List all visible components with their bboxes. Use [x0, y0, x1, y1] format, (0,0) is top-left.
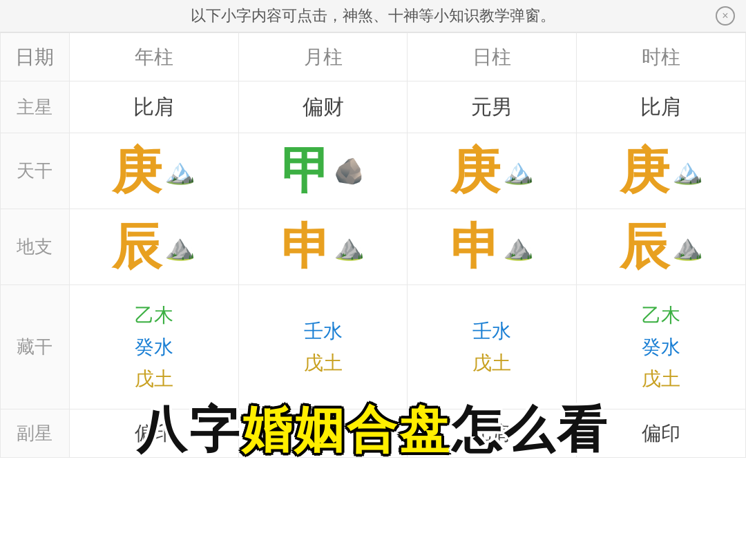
header-label: 日期 [1, 33, 70, 81]
tiangan-char-2: 甲 [281, 138, 331, 204]
tiangan-col4[interactable]: 庚 🏔️ [577, 133, 746, 209]
tiangan-emoji-1: 🏔️ [164, 157, 195, 186]
zhuxing-label: 主星 [1, 81, 70, 133]
canggan-label: 藏干 [1, 285, 70, 409]
canggan-row: 藏干 乙木 癸水 戊土 壬水 戊土 壬水 戊土 [1, 285, 746, 409]
fuxing-col3[interactable]: 比肩 [408, 409, 577, 458]
dizhi-col2[interactable]: 申 ⛰️ [238, 209, 408, 285]
canggan-col3[interactable]: 壬水 戊土 [408, 285, 577, 409]
close-icon: × [722, 10, 728, 22]
bazi-table: 日期 年柱 月柱 日柱 时柱 主星 比肩 偏财 元男 比肩 天干 庚 🏔️ [0, 32, 746, 458]
dizhi-emoji-4: ⛰️ [672, 233, 703, 262]
dizhi-emoji-3: ⛰️ [503, 233, 534, 262]
canggan-col4[interactable]: 乙木 癸水 戊土 [577, 285, 746, 409]
tiangan-col2[interactable]: 甲 🪨 [238, 133, 408, 209]
dizhi-char-1: 辰 [112, 214, 162, 280]
dizhi-char-2: 申 [281, 214, 331, 280]
zhuxing-row: 主星 比肩 偏财 元男 比肩 [1, 81, 746, 133]
canggan-col3-item2[interactable]: 戊土 [472, 350, 511, 376]
zhuxing-col1[interactable]: 比肩 [69, 81, 238, 133]
dizhi-emoji-2: ⛰️ [334, 233, 365, 262]
canggan-col2-item2[interactable]: 戊土 [304, 350, 343, 376]
tiangan-label: 天干 [1, 133, 70, 209]
header-row: 日期 年柱 月柱 日柱 时柱 [1, 33, 746, 81]
header-yue: 月柱 [238, 33, 408, 81]
tiangan-char-1: 庚 [112, 138, 162, 204]
tiangan-char-4: 庚 [620, 138, 669, 204]
zhuxing-col4[interactable]: 比肩 [577, 81, 746, 133]
zhuxing-col3[interactable]: 元男 [408, 81, 577, 133]
canggan-col4-item2[interactable]: 癸水 [642, 334, 680, 360]
header-ri: 日柱 [408, 33, 577, 81]
header-nian: 年柱 [69, 33, 238, 81]
notice-bar: 以下小字内容可点击，神煞、十神等小知识教学弹窗。 × [0, 0, 746, 32]
tiangan-emoji-4: 🏔️ [672, 157, 703, 186]
fuxing-col2[interactable]: 比肩 [238, 409, 408, 458]
canggan-col1-item1[interactable]: 乙木 [135, 302, 173, 329]
canggan-col3-item1[interactable]: 壬水 [472, 318, 511, 345]
dizhi-char-4: 辰 [620, 214, 669, 280]
tiangan-emoji-3: 🏔️ [503, 157, 534, 186]
tiangan-emoji-2: 🪨 [334, 157, 365, 186]
tiangan-col1[interactable]: 庚 🏔️ [69, 133, 238, 209]
zhuxing-col2[interactable]: 偏财 [238, 81, 408, 133]
dizhi-col3[interactable]: 申 ⛰️ [408, 209, 577, 285]
canggan-col1-item3[interactable]: 戊土 [135, 366, 173, 392]
fuxing-row: 副星 偏印 比肩 比肩 偏印 [1, 409, 746, 458]
fuxing-col4[interactable]: 偏印 [577, 409, 746, 458]
dizhi-emoji-1: ⛰️ [164, 233, 195, 262]
fuxing-label: 副星 [1, 409, 70, 458]
fuxing-col1[interactable]: 偏印 [69, 409, 238, 458]
dizhi-row: 地支 辰 ⛰️ 申 ⛰️ 申 ⛰️ [1, 209, 746, 285]
dizhi-col1[interactable]: 辰 ⛰️ [69, 209, 238, 285]
tiangan-col3[interactable]: 庚 🏔️ [408, 133, 577, 209]
dizhi-char-3: 申 [450, 214, 500, 280]
close-button[interactable]: × [716, 6, 735, 26]
canggan-col4-item3[interactable]: 戊土 [642, 366, 680, 392]
dizhi-col4[interactable]: 辰 ⛰️ [577, 209, 746, 285]
canggan-col4-item1[interactable]: 乙木 [642, 302, 680, 329]
dizhi-label: 地支 [1, 209, 70, 285]
canggan-col2[interactable]: 壬水 戊土 [238, 285, 408, 409]
notice-text: 以下小字内容可点击，神煞、十神等小知识教学弹窗。 [191, 6, 555, 26]
header-shi: 时柱 [577, 33, 746, 81]
tiangan-row: 天干 庚 🏔️ 甲 🪨 庚 🏔️ [1, 133, 746, 209]
canggan-col2-item1[interactable]: 壬水 [304, 318, 343, 345]
canggan-col1[interactable]: 乙木 癸水 戊土 [69, 285, 238, 409]
canggan-col1-item2[interactable]: 癸水 [135, 334, 173, 360]
tiangan-char-3: 庚 [450, 138, 500, 204]
